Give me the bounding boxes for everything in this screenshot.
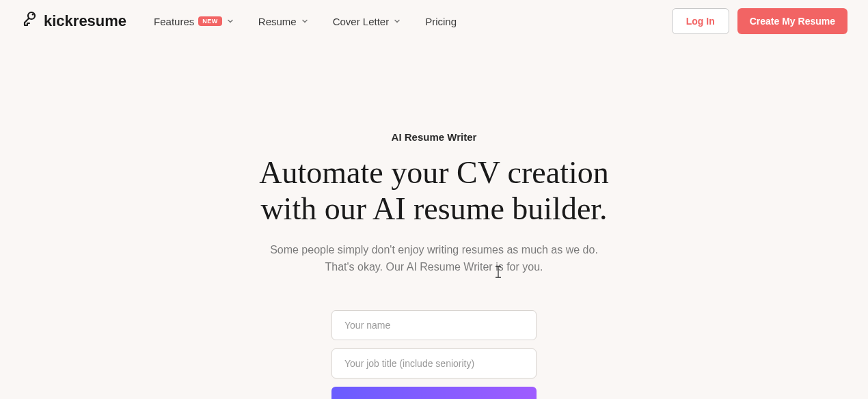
logo-text: kickresume bbox=[44, 12, 126, 30]
name-input[interactable] bbox=[331, 310, 537, 340]
login-button[interactable]: Log In bbox=[672, 8, 729, 34]
chevron-down-icon bbox=[301, 16, 309, 27]
create-resume-button[interactable]: Create My Resume bbox=[737, 8, 847, 34]
svg-point-1 bbox=[32, 14, 34, 16]
nav-cover-letter-label: Cover Letter bbox=[333, 16, 390, 27]
header-actions: Log In Create My Resume bbox=[672, 8, 847, 34]
headline: Automate your CV creation with our AI re… bbox=[0, 155, 868, 228]
headline-line-2: with our AI resume builder. bbox=[260, 191, 607, 226]
nav-features[interactable]: Features NEW bbox=[154, 16, 234, 27]
nav-resume-label: Resume bbox=[258, 16, 297, 27]
nav-features-label: Features bbox=[154, 16, 194, 27]
subhead: Some people simply don't enjoy writing r… bbox=[0, 241, 868, 276]
logo[interactable]: kickresume bbox=[21, 10, 126, 32]
nav-resume[interactable]: Resume bbox=[258, 16, 309, 27]
main-content: AI Resume Writer Automate your CV creati… bbox=[0, 42, 868, 399]
nav-pricing-label: Pricing bbox=[425, 16, 457, 27]
eyebrow: AI Resume Writer bbox=[0, 131, 868, 143]
nav-pricing[interactable]: Pricing bbox=[425, 16, 457, 27]
logo-icon bbox=[21, 10, 38, 32]
generate-button[interactable]: Generate Resume With AI bbox=[331, 387, 537, 399]
subhead-line-1: Some people simply don't enjoy writing r… bbox=[270, 244, 598, 256]
nav-cover-letter[interactable]: Cover Letter bbox=[333, 16, 402, 27]
nav: Features NEW Resume Cover Letter Pricing bbox=[154, 16, 672, 27]
subhead-line-2: That's okay. Our AI Resume Writer is for… bbox=[325, 261, 543, 273]
chevron-down-icon bbox=[226, 16, 234, 27]
resume-form: Generate Resume With AI bbox=[0, 310, 868, 399]
job-title-input[interactable] bbox=[331, 348, 537, 379]
new-badge: NEW bbox=[198, 16, 222, 26]
header: kickresume Features NEW Resume Cover Let… bbox=[0, 0, 868, 42]
chevron-down-icon bbox=[393, 16, 401, 27]
headline-line-1: Automate your CV creation bbox=[259, 155, 608, 190]
